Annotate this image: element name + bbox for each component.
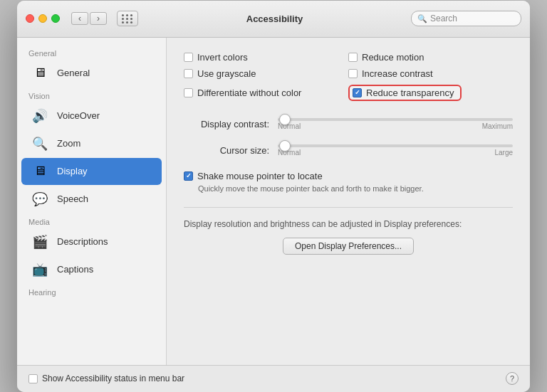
search-placeholder: Search <box>430 14 457 23</box>
traffic-lights <box>26 14 60 23</box>
use-grayscale-item: Use grayscale <box>184 68 348 79</box>
nav-buttons: ‹ › <box>71 12 107 25</box>
display-contrast-max: Maximum <box>482 122 513 130</box>
cursor-size-slider-container: Normal Large <box>278 144 513 157</box>
sidebar-item-zoom[interactable]: 🔍 Zoom <box>21 130 162 157</box>
use-grayscale-label: Use grayscale <box>197 68 256 79</box>
main-panel: Invert colors Reduce motion Use grayscal… <box>167 38 530 365</box>
cursor-size-labels: Normal Large <box>278 149 513 157</box>
forward-button[interactable]: › <box>90 12 107 25</box>
reduce-motion-item: Reduce motion <box>348 52 513 63</box>
sidebar: General 🖥 General Vision 🔊 VoiceOver 🔍 Z… <box>17 38 167 365</box>
search-icon: 🔍 <box>417 14 427 23</box>
sidebar-item-zoom-label: Zoom <box>57 138 80 149</box>
differentiate-without-color-item: Differentiate without color <box>184 85 348 101</box>
use-grayscale-checkbox[interactable] <box>184 69 193 78</box>
sidebar-item-descriptions[interactable]: 🎬 Descriptions <box>21 228 162 255</box>
sidebar-item-general-label: General <box>57 68 90 78</box>
reduce-motion-checkbox[interactable] <box>348 53 358 62</box>
titlebar: ‹ › Accessibility 🔍 Search <box>17 1 530 38</box>
main-window: ‹ › Accessibility 🔍 Search General 🖥 Gen… <box>17 1 530 392</box>
maximize-button[interactable] <box>51 14 60 23</box>
cursor-size-max: Large <box>494 149 513 157</box>
help-button[interactable]: ? <box>506 372 519 385</box>
sidebar-item-captions-label: Captions <box>57 264 93 275</box>
show-status-row: Show Accessibility status in menu bar <box>28 374 184 383</box>
sidebar-section-vision: Vision <box>17 88 166 102</box>
grid-view-button[interactable] <box>117 11 138 26</box>
sidebar-item-speech[interactable]: 💬 Speech <box>21 186 162 213</box>
back-button[interactable]: ‹ <box>71 12 88 25</box>
display-contrast-thumb[interactable] <box>279 114 291 125</box>
sidebar-item-display-label: Display <box>57 166 88 176</box>
reduce-transparency-item: Reduce transparency <box>348 85 513 101</box>
invert-colors-checkbox[interactable] <box>184 53 193 62</box>
checkbox-grid: Invert colors Reduce motion Use grayscal… <box>184 52 513 107</box>
speech-icon: 💬 <box>30 189 50 209</box>
cursor-size-row: Cursor size: Normal Large <box>184 144 513 157</box>
display-preferences-section: Display resolution and brightness can be… <box>184 207 513 255</box>
increase-contrast-label: Increase contrast <box>362 68 433 79</box>
invert-colors-item: Invert colors <box>184 52 348 63</box>
search-box[interactable]: 🔍 Search <box>411 11 521 26</box>
descriptions-icon: 🎬 <box>30 232 50 252</box>
shake-mouse-checkbox[interactable] <box>184 171 193 181</box>
shake-main-row: Shake mouse pointer to locate <box>184 171 513 181</box>
show-status-checkbox[interactable] <box>28 374 38 383</box>
reduce-transparency-checkbox[interactable] <box>353 88 362 97</box>
minimize-button[interactable] <box>38 14 47 23</box>
cursor-size-track <box>278 144 513 147</box>
display-contrast-slider-container: Normal Maximum <box>278 118 513 130</box>
increase-contrast-item: Increase contrast <box>348 68 513 79</box>
sidebar-item-voiceover[interactable]: 🔊 VoiceOver <box>21 102 162 129</box>
content-area: General 🖥 General Vision 🔊 VoiceOver 🔍 Z… <box>17 38 530 365</box>
captions-icon: 📺 <box>30 260 50 280</box>
sidebar-section-media: Media <box>17 213 166 228</box>
display-contrast-label: Display contrast: <box>184 119 269 129</box>
sidebar-item-speech-label: Speech <box>57 194 88 204</box>
shake-mouse-description: Quickly move the mouse pointer back and … <box>198 184 513 193</box>
display-icon: 🖥 <box>30 161 50 181</box>
general-icon: 🖥 <box>30 63 50 83</box>
sidebar-item-general[interactable]: 🖥 General <box>21 60 162 87</box>
differentiate-without-color-checkbox[interactable] <box>184 88 193 97</box>
voiceover-icon: 🔊 <box>30 106 50 126</box>
window-title: Accessibility <box>144 14 405 24</box>
reduce-transparency-highlight: Reduce transparency <box>348 85 462 101</box>
increase-contrast-checkbox[interactable] <box>348 69 358 78</box>
sidebar-item-descriptions-label: Descriptions <box>57 236 108 247</box>
cursor-size-label: Cursor size: <box>184 145 269 156</box>
reduce-transparency-label: Reduce transparency <box>366 88 454 98</box>
display-contrast-labels: Normal Maximum <box>278 122 513 130</box>
zoom-icon: 🔍 <box>30 134 50 154</box>
display-contrast-row: Display contrast: Normal Maximum <box>184 118 513 130</box>
grid-dots-icon <box>122 14 133 23</box>
sidebar-item-voiceover-label: VoiceOver <box>57 110 100 121</box>
display-preferences-text: Display resolution and brightness can be… <box>184 219 513 229</box>
sidebar-section-hearing: Hearing <box>17 284 166 298</box>
differentiate-without-color-label: Differentiate without color <box>197 88 301 98</box>
open-display-preferences-button[interactable]: Open Display Preferences... <box>283 238 414 255</box>
reduce-motion-label: Reduce motion <box>362 52 424 63</box>
sidebar-item-display[interactable]: 🖥 Display <box>21 158 162 185</box>
shake-mouse-label: Shake mouse pointer to locate <box>197 171 323 181</box>
show-status-label: Show Accessibility status in menu bar <box>42 374 184 383</box>
cursor-size-thumb[interactable] <box>279 140 291 152</box>
display-contrast-track <box>278 118 513 121</box>
sidebar-item-captions[interactable]: 📺 Captions <box>21 256 162 283</box>
sidebar-section-general: General <box>17 45 166 59</box>
shake-mouse-section: Shake mouse pointer to locate Quickly mo… <box>184 171 513 193</box>
invert-colors-label: Invert colors <box>197 52 248 63</box>
close-button[interactable] <box>26 14 34 23</box>
bottom-bar: Show Accessibility status in menu bar ? <box>17 365 530 392</box>
